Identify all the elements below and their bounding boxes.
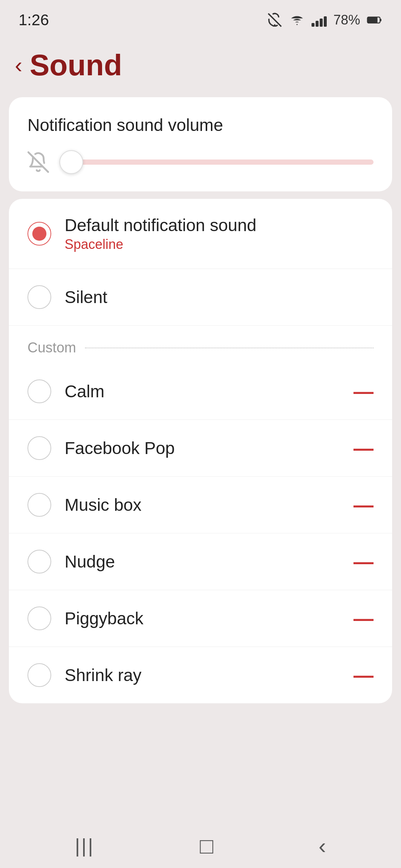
svg-rect-3 <box>368 18 377 23</box>
radio-default[interactable] <box>27 222 51 246</box>
facebook-pop-option[interactable]: Facebook Pop — <box>9 420 392 477</box>
default-subtitle: Spaceline <box>65 237 374 252</box>
volume-slider[interactable] <box>59 160 374 165</box>
slider-thumb[interactable] <box>59 150 83 174</box>
radio-nudge[interactable] <box>27 550 51 573</box>
radio-shrink-ray[interactable] <box>27 663 51 687</box>
default-notification-option[interactable]: Default notification sound Spaceline <box>9 199 392 269</box>
facebook-pop-text-block: Facebook Pop <box>65 438 353 458</box>
music-box-option[interactable]: Music box — <box>9 477 392 533</box>
custom-section-header: Custom <box>9 326 392 363</box>
signal-bars-icon <box>312 13 327 27</box>
delete-facebook-pop-button[interactable]: — <box>353 438 374 458</box>
wifi-icon <box>289 13 305 27</box>
svg-line-4 <box>28 152 48 172</box>
sound-options-card: Default notification sound Spaceline Sil… <box>9 199 392 703</box>
nudge-title: Nudge <box>65 552 353 572</box>
bottom-nav: ||| □ ‹ <box>0 823 401 868</box>
radio-calm[interactable] <box>27 379 51 403</box>
status-time: 1:26 <box>19 11 49 29</box>
calm-text-block: Calm <box>65 381 353 401</box>
back-nav-button[interactable]: ‹ <box>319 833 326 859</box>
music-box-title: Music box <box>65 495 353 515</box>
piggyback-title: Piggyback <box>65 608 353 628</box>
svg-point-1 <box>296 24 297 25</box>
recent-apps-button[interactable]: ||| <box>75 835 95 857</box>
volume-label: Notification sound volume <box>27 115 374 135</box>
piggyback-option[interactable]: Piggyback — <box>9 590 392 647</box>
shrink-ray-text-block: Shrink ray <box>65 665 353 685</box>
radio-facebook-pop[interactable] <box>27 436 51 460</box>
delete-piggyback-button[interactable]: — <box>353 608 374 628</box>
calm-title: Calm <box>65 381 353 401</box>
volume-card: Notification sound volume <box>9 97 392 191</box>
delete-music-box-button[interactable]: — <box>353 495 374 515</box>
custom-divider <box>85 348 374 348</box>
status-bar: 1:26 78% <box>0 0 401 33</box>
default-title: Default notification sound <box>65 215 374 235</box>
radio-music-box[interactable] <box>27 493 51 517</box>
delete-nudge-button[interactable]: — <box>353 552 374 572</box>
mute-icon <box>267 12 283 28</box>
calm-option[interactable]: Calm — <box>9 363 392 420</box>
custom-label: Custom <box>27 340 76 356</box>
radio-silent[interactable] <box>27 285 51 309</box>
silent-text-block: Silent <box>65 287 374 307</box>
page-title: Sound <box>30 48 122 82</box>
piggyback-text-block: Piggyback <box>65 608 353 628</box>
silent-title: Silent <box>65 287 374 307</box>
volume-slider-row <box>27 151 374 173</box>
music-box-text-block: Music box <box>65 495 353 515</box>
radio-piggyback[interactable] <box>27 606 51 630</box>
shrink-ray-title: Shrink ray <box>65 665 353 685</box>
page-header: ‹ Sound <box>0 33 401 93</box>
silent-option[interactable]: Silent <box>9 269 392 326</box>
radio-default-inner <box>32 227 46 241</box>
shrink-ray-option[interactable]: Shrink ray — <box>9 647 392 703</box>
default-text-block: Default notification sound Spaceline <box>65 215 374 252</box>
nudge-option[interactable]: Nudge — <box>9 533 392 590</box>
delete-shrink-ray-button[interactable]: — <box>353 665 374 685</box>
status-icons: 78% <box>267 12 382 28</box>
battery-icon <box>367 13 382 27</box>
battery-text: 78% <box>333 12 360 28</box>
home-button[interactable]: □ <box>200 833 213 859</box>
delete-calm-button[interactable]: — <box>353 381 374 401</box>
bell-muted-icon <box>27 151 49 173</box>
nudge-text-block: Nudge <box>65 552 353 572</box>
back-button[interactable]: ‹ <box>15 54 22 76</box>
facebook-pop-title: Facebook Pop <box>65 438 353 458</box>
